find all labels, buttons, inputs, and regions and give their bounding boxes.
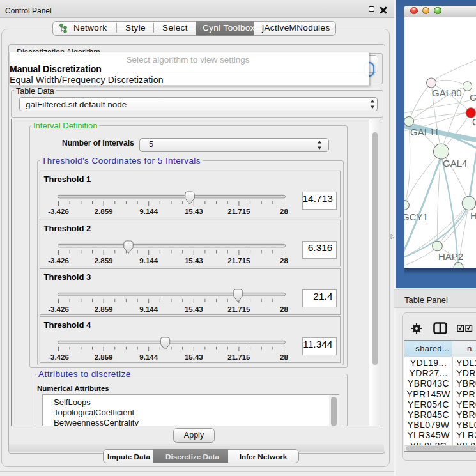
svg-text:2.859: 2.859 (94, 208, 112, 215)
svg-text:28: 28 (280, 208, 288, 215)
svg-text:C: C (472, 116, 476, 127)
svg-text:GAL80: GAL80 (432, 88, 462, 98)
svg-text:2.859: 2.859 (94, 305, 112, 313)
svg-text:2.859: 2.859 (94, 257, 112, 265)
svg-text:28: 28 (280, 305, 288, 313)
svg-text:9.144: 9.144 (139, 257, 158, 265)
svg-text:9.144: 9.144 (139, 353, 158, 361)
svg-text:28: 28 (280, 353, 288, 361)
svg-text:HAP2: HAP2 (438, 251, 463, 262)
svg-text:-3.426: -3.426 (48, 257, 69, 265)
svg-text:21.715: 21.715 (227, 208, 250, 215)
svg-text:15.43: 15.43 (184, 208, 203, 215)
svg-text:21.715: 21.715 (227, 353, 250, 361)
svg-text:9.144: 9.144 (139, 208, 158, 215)
svg-text:21.715: 21.715 (227, 305, 250, 313)
svg-text:-3.426: -3.426 (48, 305, 69, 313)
svg-text:15.43: 15.43 (184, 257, 203, 265)
svg-text:2.859: 2.859 (94, 353, 112, 361)
svg-text:-3.426: -3.426 (48, 353, 69, 361)
svg-text:GCY1: GCY1 (404, 211, 428, 222)
svg-text:-3.426: -3.426 (48, 208, 69, 215)
svg-text:15.43: 15.43 (184, 353, 203, 361)
svg-text:21.715: 21.715 (227, 257, 250, 265)
svg-text:9.144: 9.144 (139, 305, 158, 313)
svg-text:H: H (470, 210, 476, 221)
svg-text:GAL11: GAL11 (410, 127, 440, 137)
svg-text:GAL4: GAL4 (443, 158, 467, 169)
svg-text:28: 28 (280, 257, 288, 265)
svg-text:GA: GA (470, 92, 476, 103)
svg-text:15.43: 15.43 (184, 305, 203, 313)
